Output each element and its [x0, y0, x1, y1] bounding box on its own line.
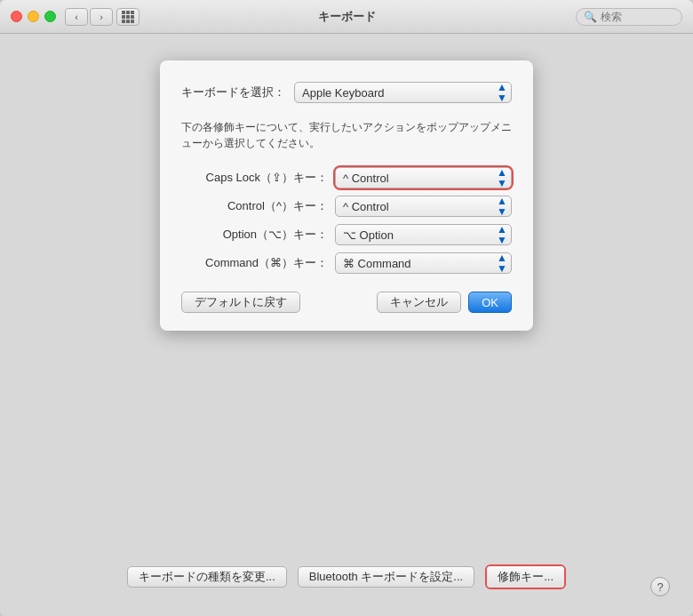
modifier-table: Caps Lock（⇪）キー： ^ Control ▲▼ Control（^）キ… — [181, 167, 512, 274]
nav-buttons: ‹ › — [65, 8, 113, 26]
modifier-row-command: Command（⌘）キー： ⌘ Command ▲▼ — [181, 252, 512, 274]
traffic-lights — [11, 11, 56, 22]
dialog-buttons-left: デフォルトに戻す — [181, 292, 300, 313]
command-select[interactable]: ⌘ Command — [335, 252, 512, 274]
search-input[interactable] — [601, 11, 676, 23]
control-select[interactable]: ^ Control — [335, 196, 512, 217]
control-label: Control（^）キー： — [181, 198, 328, 214]
option-select-wrapper: ⌥ Option ▲▼ — [335, 224, 512, 245]
keyboard-select-row: キーボードを選択： Apple Keyboard ▲▼ — [181, 82, 512, 103]
capslock-label: Caps Lock（⇪）キー： — [181, 170, 328, 186]
command-select-wrapper: ⌘ Command ▲▼ — [335, 252, 512, 274]
grid-icon — [122, 11, 134, 23]
help-button[interactable]: ? — [650, 577, 670, 596]
control-select-wrapper: ^ Control ▲▼ — [335, 196, 512, 217]
keyboard-select[interactable]: Apple Keyboard — [294, 82, 512, 103]
bluetooth-button[interactable]: Bluetooth キーボードを設定... — [298, 566, 474, 588]
change-keyboard-button[interactable]: キーボードの種類を変更... — [127, 566, 287, 588]
dialog-buttons: デフォルトに戻す キャンセル OK — [181, 292, 512, 313]
close-button[interactable] — [11, 11, 22, 22]
default-button[interactable]: デフォルトに戻す — [181, 292, 300, 313]
keyboard-select-label: キーボードを選択： — [181, 84, 285, 100]
modifier-keys-button[interactable]: 修飾キー... — [487, 566, 564, 588]
minimize-button[interactable] — [28, 11, 39, 22]
modifier-row-capslock: Caps Lock（⇪）キー： ^ Control ▲▼ — [181, 167, 512, 188]
bottom-bar: キーボードの種類を変更... Bluetooth キーボードを設定... 修飾キ… — [0, 564, 693, 589]
command-label: Command（⌘）キー： — [181, 255, 328, 271]
description-text: 下の各修飾キーについて、実行したいアクションをポップアップメニューから選択してく… — [181, 119, 512, 151]
ok-button[interactable]: OK — [468, 292, 512, 313]
window-title: キーボード — [318, 9, 376, 25]
modifier-keys-button-wrapper: 修飾キー... — [485, 564, 566, 589]
search-icon: 🔍 — [584, 11, 597, 23]
modifier-row-control: Control（^）キー： ^ Control ▲▼ — [181, 196, 512, 217]
forward-button[interactable]: › — [90, 8, 113, 26]
option-label: Option（⌥）キー： — [181, 227, 328, 243]
search-bar[interactable]: 🔍 — [576, 8, 682, 26]
question-mark-icon: ? — [657, 580, 663, 594]
dialog-buttons-right: キャンセル OK — [377, 292, 512, 313]
keyboard-select-wrapper: Apple Keyboard ▲▼ — [294, 82, 512, 103]
title-bar: ‹ › キーボード 🔍 — [0, 0, 693, 34]
modifier-row-option: Option（⌥）キー： ⌥ Option ▲▼ — [181, 224, 512, 245]
cancel-button[interactable]: キャンセル — [377, 292, 461, 313]
option-select[interactable]: ⌥ Option — [335, 224, 512, 245]
capslock-select[interactable]: ^ Control — [335, 167, 512, 188]
modifier-keys-dialog: キーボードを選択： Apple Keyboard ▲▼ 下の各修飾キーについて、… — [160, 60, 533, 331]
back-button[interactable]: ‹ — [65, 8, 88, 26]
capslock-select-wrapper: ^ Control ▲▼ — [335, 167, 512, 188]
maximize-button[interactable] — [44, 11, 56, 22]
main-content: キーボードを選択： Apple Keyboard ▲▼ 下の各修飾キーについて、… — [0, 34, 693, 616]
grid-button[interactable] — [116, 8, 139, 26]
